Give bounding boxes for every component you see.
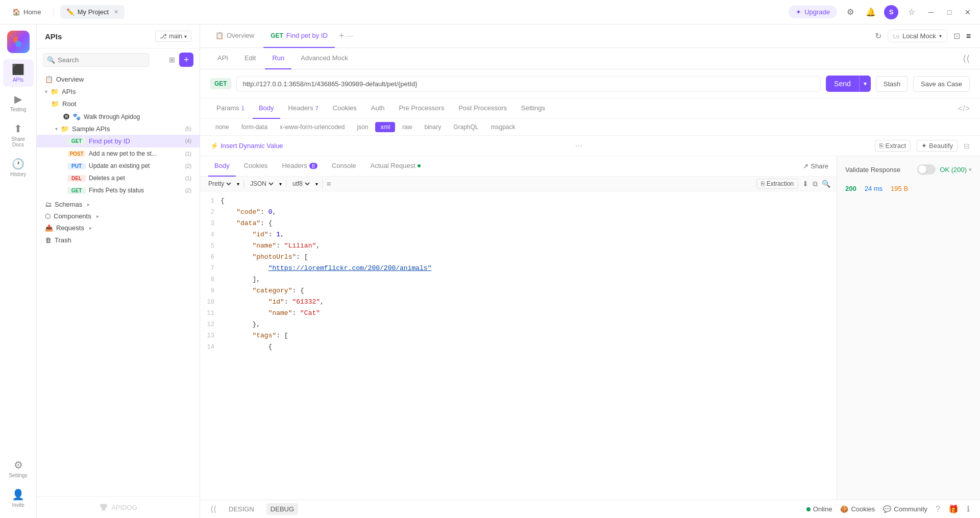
copy-icon[interactable]: ⧉ — [813, 180, 818, 188]
validate-toggle[interactable] — [917, 164, 936, 175]
upgrade-button[interactable]: ✦ Upgrade — [789, 6, 837, 18]
home-tab[interactable]: 🏠 Home — [6, 5, 47, 19]
req-tab-pre-processors[interactable]: Pre Processors — [393, 98, 451, 119]
sidebar-item-apis[interactable]: ⬛ APIs — [3, 59, 34, 87]
body-type-form-data[interactable]: form-data — [236, 122, 273, 132]
body-type-urlencoded[interactable]: x-www-form-urlencoded — [275, 122, 350, 132]
project-tab[interactable]: ✏️ My Project ✕ — [60, 5, 125, 19]
more-menu-icon[interactable]: ≡ — [966, 32, 972, 41]
req-tab-cookies[interactable]: Cookies — [327, 98, 363, 119]
avatar[interactable]: S — [884, 5, 898, 19]
tab-find-pet[interactable]: GET Find pet by ID — [263, 24, 335, 48]
body-type-graphql[interactable]: GraphQL — [448, 122, 483, 132]
send-button[interactable]: Send — [826, 76, 859, 92]
req-tab-post-processors[interactable]: Post Processors — [452, 98, 513, 119]
close-tab-icon[interactable]: ✕ — [114, 9, 118, 15]
url-input[interactable] — [236, 76, 821, 92]
tree-sample-apis[interactable]: ▾ 📁 Sample APIs (5) — [37, 123, 200, 135]
extract-button[interactable]: ⎘ Extract — [875, 140, 911, 152]
bookmark-icon[interactable]: ☆ — [904, 5, 919, 19]
search-response-icon[interactable]: 🔍 — [822, 180, 830, 188]
insert-dynamic-value-button[interactable]: ⚡ Insert Dynamic Value — [210, 142, 283, 150]
tree-apis-section[interactable]: ▾ 📁 APIs — [37, 86, 200, 97]
save-case-button[interactable]: Save as Case — [913, 76, 970, 92]
tree-components[interactable]: ⬡ Components ▸ — [37, 210, 200, 222]
help-icon[interactable]: ? — [936, 505, 940, 514]
extraction-button[interactable]: ⎘ Extraction — [756, 179, 798, 189]
sidebar-item-settings[interactable]: ⚙ Settings — [3, 455, 34, 482]
subtab-run[interactable]: Run — [265, 48, 291, 69]
req-tab-auth[interactable]: Auth — [365, 98, 391, 119]
collapse-panel-icon[interactable]: ⟨⟨ — [963, 53, 970, 64]
refresh-icon[interactable]: ↻ — [875, 31, 881, 41]
layout-icon[interactable]: ⊡ — [953, 31, 960, 41]
req-tab-settings[interactable]: Settings — [515, 98, 551, 119]
search-input[interactable] — [43, 53, 149, 67]
body-type-raw[interactable]: raw — [397, 122, 417, 132]
body-type-xml[interactable]: xml — [375, 122, 395, 132]
branch-selector[interactable]: ⎇ main ▾ — [155, 31, 191, 42]
cookies-link[interactable]: 🍪 Cookies — [840, 505, 875, 513]
resp-tab-headers[interactable]: Headers 8 — [276, 156, 324, 177]
online-indicator[interactable]: Online — [806, 505, 832, 513]
tree-schemas[interactable]: 🗂 Schemas ▸ — [37, 199, 200, 210]
format-list-icon[interactable]: ≡ — [327, 180, 331, 188]
send-dropdown-button[interactable]: ▾ — [859, 76, 871, 92]
code-icon[interactable]: </> — [958, 104, 970, 113]
add-button[interactable]: + — [179, 53, 193, 67]
tree-overview[interactable]: 📋 Overview — [37, 73, 200, 86]
local-mock-selector[interactable]: Lo Local Mock ▾ — [888, 30, 947, 42]
collapse-left-icon[interactable]: ⟨⟨ — [210, 504, 216, 514]
design-tab[interactable]: DESIGN — [225, 503, 258, 515]
sidebar-item-history[interactable]: 🕐 History — [3, 154, 34, 181]
ok-badge[interactable]: OK (200) — [940, 166, 967, 174]
share-button[interactable]: ↗ Share — [803, 162, 828, 170]
debug-tab[interactable]: DEBUG — [266, 503, 298, 515]
tree-update-pet[interactable]: PUT Update an existing pet (2) — [37, 160, 200, 172]
tree-find-pet[interactable]: GET Find pet by ID (4) — [37, 135, 200, 147]
req-tab-body[interactable]: Body — [253, 98, 280, 119]
sidebar-item-share-docs[interactable]: ⬆ Share Docs — [3, 118, 34, 152]
format-select[interactable]: Pretty Raw — [206, 180, 233, 188]
minimize-button[interactable]: ─ — [925, 6, 937, 18]
tab-more-icon[interactable]: ··· — [346, 32, 353, 41]
resp-tab-console[interactable]: Console — [326, 156, 362, 177]
tree-root[interactable]: 📁 Root — [37, 97, 200, 110]
close-button[interactable]: ✕ — [962, 6, 974, 18]
tree-requests[interactable]: 📤 Requests ▸ — [37, 222, 200, 234]
type-select[interactable]: JSON — [248, 180, 275, 188]
resp-tab-actual-request[interactable]: Actual Request — [364, 156, 427, 177]
sidebar-item-invite[interactable]: 👤 Invite — [3, 484, 34, 512]
subtab-advanced-mock[interactable]: Advanced Mock — [293, 48, 355, 69]
stash-button[interactable]: Stash — [876, 76, 908, 92]
gift-icon[interactable]: 🎁 — [948, 504, 959, 514]
info-icon[interactable]: ℹ — [967, 504, 970, 514]
body-type-none[interactable]: none — [210, 122, 234, 132]
encoding-select[interactable]: utf8 — [290, 180, 311, 188]
community-link[interactable]: 💬 Community — [883, 505, 927, 513]
req-tab-params[interactable]: Params 1 — [210, 98, 251, 119]
body-type-binary[interactable]: binary — [419, 122, 446, 132]
req-tab-headers[interactable]: Headers 7 — [282, 98, 325, 119]
settings-icon[interactable]: ⚙ — [843, 5, 857, 19]
subtab-api[interactable]: API — [210, 48, 235, 69]
tree-delete-pet[interactable]: DEL Deletes a pet (1) — [37, 172, 200, 184]
align-icon[interactable]: ⊟ — [964, 142, 970, 150]
subtab-edit[interactable]: Edit — [237, 48, 263, 69]
resp-tab-body[interactable]: Body — [208, 156, 236, 177]
body-type-msgpack[interactable]: msgpack — [486, 122, 521, 132]
tree-add-pet[interactable]: POST Add a new pet to the st... (1) — [37, 147, 200, 160]
tree-trash[interactable]: 🗑 Trash — [37, 234, 200, 246]
maximize-button[interactable]: □ — [943, 6, 955, 18]
tab-add-icon[interactable]: + — [339, 31, 345, 41]
ok-chevron-icon[interactable]: ▾ — [969, 166, 972, 173]
notifications-icon[interactable]: 🔔 — [864, 5, 878, 19]
tab-overview[interactable]: 📋 Overview — [208, 24, 261, 48]
sidebar-item-testing[interactable]: ▶ Testing — [3, 89, 34, 116]
body-type-json[interactable]: json — [352, 122, 373, 132]
resp-tab-cookies[interactable]: Cookies — [238, 156, 274, 177]
beautify-button[interactable]: ✦ Beautify — [917, 140, 958, 152]
tree-finds-pets[interactable]: GET Finds Pets by status (2) — [37, 184, 200, 196]
download-icon[interactable]: ⬇ — [802, 180, 808, 188]
tree-walkthrough[interactable]: 🅜 🐾 Walk through Apidog — [37, 110, 200, 123]
